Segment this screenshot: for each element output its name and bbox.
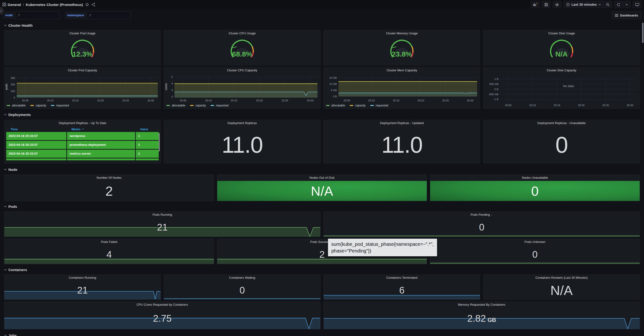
panel-title[interactable]: Nodes Unavailable [430,175,640,181]
svg-text:20:20: 20:20 [578,104,585,107]
variable-node-input[interactable] [15,12,60,19]
time-series-chart[interactable]: -1 B-500 mB0 B500 mB1 B20:0520:1020:1520… [483,74,640,108]
cell-value: 1 [136,150,159,158]
panel-deployment-replicas-table: Deployment Replicas - Up To Date Time Me… [4,120,161,164]
gauge-value: 12.3% [4,50,161,58]
navbar-actions: Last 30 minutes [530,1,642,8]
panel-title[interactable]: Nodes Out of Disk [217,175,427,181]
save-dashboard-button[interactable] [542,1,551,8]
share-icon[interactable] [92,2,95,6]
panel-title[interactable]: Deployment Replicas [164,120,320,126]
svg-text:200: 200 [11,83,15,86]
chevron-down-icon [4,24,7,26]
top-navbar: General / Kubernetes Cluster (Prometheus… [0,0,644,9]
gauge-value: 68.8% [164,50,320,58]
apps-grid-icon[interactable] [2,2,6,6]
legend-item-allocatable[interactable]: allocatable [326,104,345,107]
legend-item-capacity[interactable]: capacity [190,104,206,107]
column-header-metric[interactable]: Metric [67,128,135,131]
cell-value: 1 [136,132,159,140]
breadcrumb-divider: / [23,2,24,7]
column-header-value[interactable]: Value [136,128,159,131]
time-series-chart[interactable]: 010020030020:0520:1020:1520:2020:2520:30… [4,74,161,103]
table-row[interactable]: 2023-04-18 20:33:57 prometheus-deploymen… [6,141,159,149]
stat-value: 21 [4,218,320,237]
zoom-out-button[interactable] [604,1,612,8]
panel-title[interactable]: Cluster Disk Capacity [483,67,640,74]
containers-row-2: CPU Cores Requested by Containers 2.75 M… [4,302,640,329]
time-picker-group: Last 30 minutes [564,1,612,8]
node-row: Number Of Nodes 2 Nodes Out of Disk N/A … [4,174,640,201]
svg-text:3: 3 [172,89,173,92]
variable-node-label: node [3,12,15,19]
table-row[interactable]: 2023-04-18 20:33:57 wordpress 1 [6,132,159,140]
section-header-pods[interactable]: Pods [4,204,640,209]
section-header-deployments[interactable]: Deployments [4,112,640,118]
legend-item-allocatable[interactable]: allocatable [7,104,26,107]
stat-value: 2.82 GB [324,308,640,329]
variable-namespace-input[interactable] [86,12,131,19]
dashboards-button[interactable]: Dashboards [612,12,641,19]
table-scrollbar[interactable] [159,133,160,152]
time-series-chart[interactable]: 0 B5 GB10 GB15 GB20:0520:1020:1520:2020:… [324,74,480,103]
refresh-button[interactable] [614,1,623,8]
section-title: Cluster Health [8,24,33,28]
section-header-node[interactable]: Node [4,166,640,172]
refresh-interval-dropdown[interactable] [623,1,630,8]
star-icon[interactable] [85,2,89,6]
panel-title[interactable]: Deployment Replicas - Unavailable [483,120,640,126]
panel-title[interactable]: Cluster Mem Capacity [324,67,480,74]
legend-item-requested[interactable]: requested [51,104,69,107]
variable-namespace-label: namespace [65,12,86,19]
legend-item-requested[interactable]: requested [370,104,388,107]
svg-text:20:25: 20:25 [122,99,129,102]
panel-containers-running: Containers Running 21 [4,274,161,300]
svg-text:20:30: 20:30 [467,99,474,102]
kiosk-mode-button[interactable] [632,1,642,8]
chevron-down-icon [4,334,7,336]
panel-title[interactable]: Cluster CPU Capacity [164,67,320,74]
time-range-picker[interactable]: Last 30 minutes [564,1,604,8]
table-row[interactable]: 2023-04-18 20:33:57 metrics-server 1 [6,150,159,158]
legend-item-capacity[interactable]: capacity [30,104,46,107]
deployments-row: Deployment Replicas - Up To Date Time Me… [4,120,640,164]
svg-text:20:10: 20:10 [205,99,212,102]
svg-text:20:30: 20:30 [148,99,154,102]
breadcrumb-section[interactable]: General [8,2,21,7]
add-panel-button[interactable] [530,1,540,8]
dashboards-button-label: Dashboards [620,14,638,17]
cell-time: 2023-04-18 20:33:57 [6,132,66,140]
stat-value: 0 [164,281,320,300]
time-series-chart[interactable]: 234520:0520:1020:1520:2020:2520:30cores [164,74,320,103]
panel-title[interactable]: Deployment Replicas - Updated [324,120,480,126]
panel-title[interactable]: Number Of Nodes [4,175,214,181]
legend-item-capacity[interactable]: capacity [350,104,366,107]
svg-text:20:20: 20:20 [418,99,424,102]
svg-text:20:10: 20:10 [47,99,54,102]
svg-text:20:10: 20:10 [368,99,375,102]
chevron-down-icon [626,4,628,6]
pods-row-2: Pods Failed 4 Pods Succeeded 2 Pods Unkn… [4,239,640,264]
section-header-cluster-health[interactable]: Cluster Health [4,22,640,28]
legend-item-requested[interactable]: requested [210,104,228,107]
section-header-containers[interactable]: Containers [4,267,640,272]
column-header-time[interactable]: Time [6,128,66,131]
page-scrollbar[interactable] [642,23,644,43]
legend-item-allocatable[interactable]: allocatable [166,104,185,107]
panel-title[interactable]: Containers Restarts (Last 30 Minutes) [483,275,640,281]
section-header-jobs[interactable]: Jobs [4,332,640,336]
monitor-icon [635,3,639,6]
containers-row-1: Containers Running 21 Containers Waiting… [4,274,640,300]
panel-number-of-nodes: Number Of Nodes 2 [4,174,214,201]
svg-text:No data: No data [563,84,574,88]
svg-text:20:30: 20:30 [307,99,314,102]
svg-text:pods: pods [5,84,8,90]
stat-value: 11.0 [324,126,480,163]
panel-title[interactable]: Deployment Replicas - Up To Date [4,120,161,126]
dashboard-settings-button[interactable] [552,1,562,8]
panel-cluster-cpu-capacity: Cluster CPU Capacity 234520:0520:1020:15… [164,67,320,109]
panel-title[interactable]: Cluster Pod Capacity [4,67,161,74]
svg-text:20:15: 20:15 [230,99,237,102]
hamburger-icon [615,14,618,17]
stat-value: 6 [324,281,480,300]
